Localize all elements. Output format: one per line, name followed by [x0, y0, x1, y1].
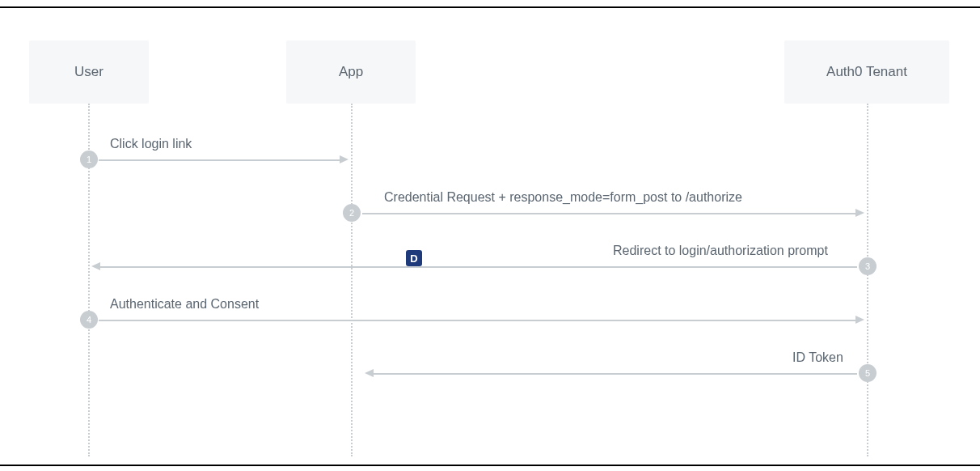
- msg-label-3: Redirect to login/authorization prompt: [613, 244, 828, 258]
- participant-user: User: [29, 40, 149, 104]
- arrow-3: [100, 266, 857, 268]
- participant-app: App: [286, 40, 416, 104]
- lifeline-app: [351, 104, 353, 456]
- arrow-head-1: [340, 155, 348, 163]
- msg-label-1: Click login link: [110, 137, 192, 151]
- arrow-head-2: [855, 209, 864, 217]
- step-badge-2: 2: [343, 204, 361, 222]
- step-badge-5: 5: [859, 364, 877, 382]
- arrow-head-5: [365, 369, 374, 377]
- arrow-1: [99, 159, 340, 161]
- msg-label-5: ID Token: [792, 350, 843, 365]
- disqus-icon: D: [406, 250, 422, 266]
- step-badge-1: 1: [80, 151, 98, 168]
- step-badge-3: 3: [859, 257, 877, 275]
- arrow-2: [362, 213, 855, 214]
- msg-label-4: Authenticate and Consent: [110, 297, 259, 312]
- arrow-head-3: [91, 262, 100, 270]
- participant-tenant: Auth0 Tenant: [784, 40, 949, 104]
- arrow-4: [99, 320, 855, 321]
- arrow-5: [374, 373, 857, 375]
- lifeline-tenant: [867, 104, 868, 456]
- msg-label-2: Credential Request + response_mode=form_…: [384, 190, 742, 205]
- arrow-head-4: [855, 316, 864, 324]
- step-badge-4: 4: [80, 311, 98, 329]
